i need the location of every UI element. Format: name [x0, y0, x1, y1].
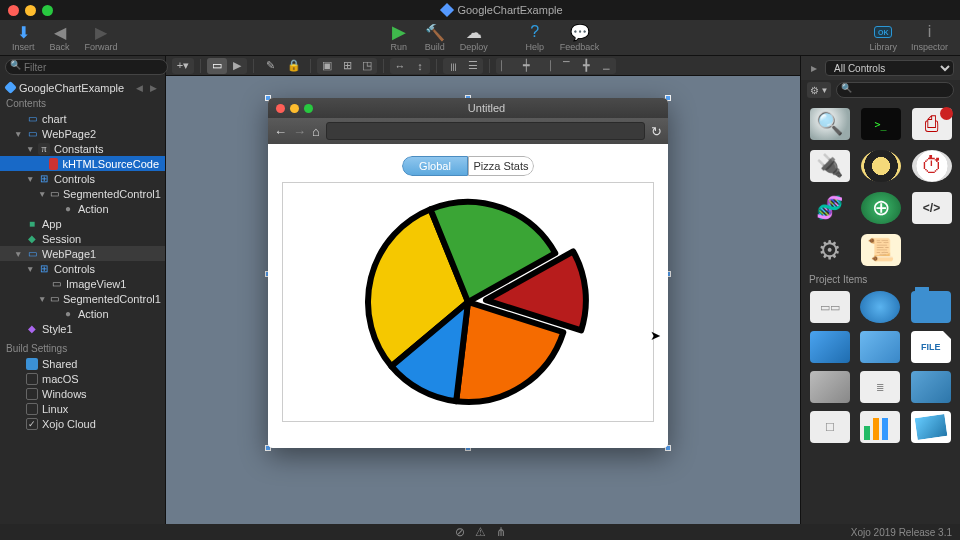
- lib-item-folder[interactable]: [911, 291, 951, 323]
- lib-item-viewer[interactable]: 🔍: [810, 108, 850, 140]
- tree-item-seg2[interactable]: ▼▭SegmentedControl1: [0, 291, 165, 306]
- library-settings-button[interactable]: ⚙▼: [807, 82, 831, 98]
- navigator-filter-input[interactable]: [5, 59, 168, 75]
- help-button[interactable]: ?Help: [518, 21, 552, 54]
- tree-item-linux[interactable]: Linux: [0, 401, 165, 416]
- tree-item-shared[interactable]: Shared: [0, 356, 165, 371]
- back-button[interactable]: ◀Back: [43, 21, 77, 54]
- build-button[interactable]: 🔨Build: [418, 21, 452, 54]
- lib-item-reel[interactable]: [861, 150, 901, 182]
- canvas[interactable]: Untitled ← → ⌂ ↻ Global Pizza Stats: [166, 76, 800, 524]
- inspector-button[interactable]: iInspector: [905, 21, 954, 54]
- tree-item-style1[interactable]: ◆Style1: [0, 321, 165, 336]
- order-front-button[interactable]: ▣: [317, 58, 337, 74]
- lib-item-usb[interactable]: ⎙: [912, 108, 952, 140]
- minimize-icon[interactable]: [25, 5, 36, 16]
- zoom-icon[interactable]: [42, 5, 53, 16]
- tree-item-khtml[interactable]: kHTMLSourceCode: [0, 156, 165, 171]
- deploy-button[interactable]: ☁Deploy: [454, 21, 494, 54]
- insert-button[interactable]: ⬇Insert: [6, 21, 41, 54]
- layout-mode-button[interactable]: ▭: [207, 58, 227, 74]
- code-mode-button[interactable]: ▶: [227, 58, 247, 74]
- nav-back-icon[interactable]: ←: [274, 124, 287, 139]
- tree-item-action2[interactable]: ●Action: [0, 306, 165, 321]
- align-bottom-button[interactable]: ⎽: [596, 58, 616, 74]
- tree-item-chart[interactable]: ▭chart: [0, 111, 165, 126]
- lib-item-window[interactable]: ☐: [810, 411, 850, 443]
- lib-item-plug[interactable]: 🔌: [810, 150, 850, 182]
- tree-item-macos[interactable]: macOS: [0, 371, 165, 386]
- lib-item-images[interactable]: [911, 411, 951, 443]
- lib-item-page[interactable]: ▭▭: [810, 291, 850, 323]
- home-icon[interactable]: ⌂: [312, 124, 320, 139]
- align-top-button[interactable]: ⎺: [556, 58, 576, 74]
- align-right-button[interactable]: ⎹: [536, 58, 556, 74]
- lib-item-container[interactable]: [810, 371, 850, 403]
- tree-item-session[interactable]: ◆Session: [0, 231, 165, 246]
- lib-item-web[interactable]: ⊕: [861, 192, 901, 224]
- lib-item-globe[interactable]: [860, 291, 900, 323]
- add-control-button[interactable]: +▾: [172, 58, 194, 74]
- run-button[interactable]: ▶Run: [382, 21, 416, 54]
- lib-item-file[interactable]: FILE: [911, 331, 951, 363]
- zoom-icon[interactable]: [304, 104, 313, 113]
- errors-icon[interactable]: ⊘: [455, 525, 465, 539]
- event-icon: ●: [62, 308, 74, 320]
- tree-item-imageview[interactable]: ▭ImageView1: [0, 276, 165, 291]
- tree-item-action[interactable]: ●Action: [0, 201, 165, 216]
- lib-item-thread[interactable]: 🧬: [810, 192, 850, 224]
- lib-item-script[interactable]: 📜: [861, 234, 901, 266]
- align-left-button[interactable]: ⎸: [496, 58, 516, 74]
- space-h-button[interactable]: ⫼: [443, 58, 463, 74]
- tree-item-seg1[interactable]: ▼▭SegmentedControl1: [0, 186, 165, 201]
- lib-item-toolbar[interactable]: ≣: [860, 371, 900, 403]
- fill-width-button[interactable]: ↔: [390, 58, 410, 74]
- forward-button[interactable]: ▶Forward: [79, 21, 124, 54]
- lib-item-module[interactable]: [860, 331, 900, 363]
- tree-item-webpage2[interactable]: ▼▭WebPage2: [0, 126, 165, 141]
- segmented-control[interactable]: Global Pizza Stats: [402, 156, 534, 176]
- shared-icon: [26, 358, 38, 370]
- wifi-icon[interactable]: ⋔: [496, 525, 506, 539]
- reload-icon[interactable]: ↻: [651, 124, 662, 139]
- url-field[interactable]: [326, 122, 645, 140]
- library-search-input[interactable]: [836, 82, 954, 98]
- checkbox-off-icon: [26, 388, 38, 400]
- fill-height-button[interactable]: ↕: [410, 58, 430, 74]
- align-vcenter-button[interactable]: ╋: [576, 58, 596, 74]
- tree-item-windows[interactable]: Windows: [0, 386, 165, 401]
- lock-icon[interactable]: 🔒: [284, 58, 304, 74]
- edit-icon[interactable]: ✎: [260, 58, 280, 74]
- segment-global[interactable]: Global: [402, 156, 468, 176]
- preview-window[interactable]: Untitled ← → ⌂ ↻ Global Pizza Stats: [268, 98, 668, 448]
- close-icon[interactable]: [276, 104, 285, 113]
- lib-item-class[interactable]: [810, 331, 850, 363]
- close-icon[interactable]: [8, 5, 19, 16]
- lib-item-timer[interactable]: ⏱: [912, 150, 952, 182]
- popout-icon[interactable]: ▸: [807, 61, 821, 75]
- lib-item-chart[interactable]: [860, 411, 900, 443]
- nav-forward-icon[interactable]: →: [293, 124, 306, 139]
- tree-item-app[interactable]: ■App: [0, 216, 165, 231]
- lib-item-report[interactable]: [911, 371, 951, 403]
- lib-item-xml[interactable]: </>: [912, 192, 952, 224]
- order-back-button[interactable]: ◳: [357, 58, 377, 74]
- tree-item-controls2[interactable]: ▼⊞Controls: [0, 261, 165, 276]
- lib-item-gear[interactable]: ⚙: [810, 234, 850, 266]
- minimize-icon[interactable]: [290, 104, 299, 113]
- space-v-button[interactable]: ☰: [463, 58, 483, 74]
- nav-pager-icons[interactable]: ◀ ▶: [136, 83, 159, 93]
- warnings-icon[interactable]: ⚠: [475, 525, 486, 539]
- library-button[interactable]: OKLibrary: [863, 21, 903, 54]
- tree-root[interactable]: GoogleChartExample ◀ ▶: [0, 80, 165, 95]
- feedback-button[interactable]: 💬Feedback: [554, 21, 606, 54]
- tree-item-webpage1[interactable]: ▼▭WebPage1: [0, 246, 165, 261]
- tree-item-cloud[interactable]: Xojo Cloud: [0, 416, 165, 431]
- tree-item-constants[interactable]: ▼πConstants: [0, 141, 165, 156]
- order-grid-button[interactable]: ⊞: [337, 58, 357, 74]
- lib-item-terminal[interactable]: >_: [861, 108, 901, 140]
- segment-pizza[interactable]: Pizza Stats: [468, 156, 534, 176]
- tree-item-controls[interactable]: ▼⊞Controls: [0, 171, 165, 186]
- align-hcenter-button[interactable]: ┿: [516, 58, 536, 74]
- library-category-select[interactable]: All Controls: [825, 60, 954, 76]
